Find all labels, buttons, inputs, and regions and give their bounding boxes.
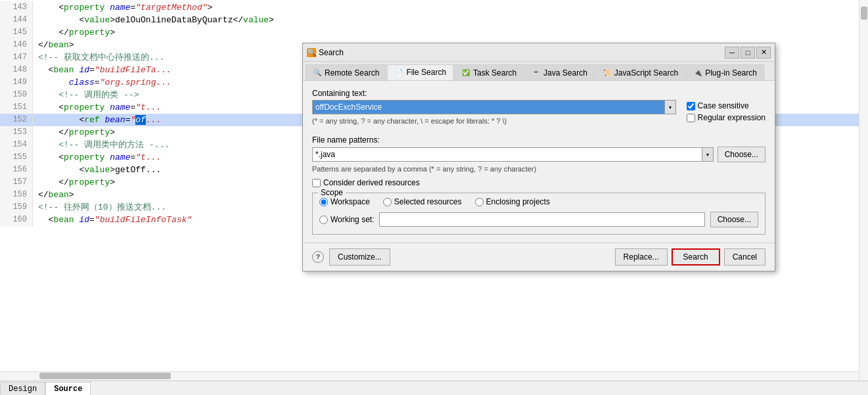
line-number: 153 [0, 126, 33, 139]
containing-text-left: ▾ (* = any string, ? = any character, \ … [312, 100, 676, 130]
cancel-button[interactable]: Cancel [724, 248, 765, 266]
tab-remote-search[interactable]: 🔍 Remote Search [306, 64, 386, 80]
regular-expression-row: Regular expression [687, 113, 765, 122]
line-number: 148 [0, 64, 33, 76]
enclosing-projects-radio[interactable] [475, 198, 484, 206]
tab-plugin-search[interactable]: 🔌 Plug-in Search [686, 64, 764, 80]
containing-text-hint: (* = any string, ? = any character, \ = … [312, 117, 676, 125]
working-set-input[interactable] [379, 212, 704, 227]
tab-file-search-label: File Search [406, 68, 446, 77]
enclosing-projects-label: Enclosing projects [486, 197, 550, 206]
line-number: 154 [0, 139, 33, 151]
tab-java-search[interactable]: ☕ Java Search [524, 64, 595, 80]
right-checkboxes: Case sensitive Regular expression [687, 101, 765, 122]
tab-remote-search-label: Remote Search [325, 68, 379, 78]
workspace-label: Workspace [331, 197, 370, 206]
dialog-titlebar: 🔍 Search ─ □ ✕ [303, 43, 775, 62]
horizontal-scrollbar[interactable] [0, 371, 859, 381]
tab-javascript-search-label: JavaScript Search [614, 68, 678, 78]
scrollbar-thumb[interactable] [861, 7, 867, 20]
working-set-choose-button[interactable]: Choose... [710, 212, 758, 227]
file-name-patterns-choose-button[interactable]: Choose... [718, 147, 765, 162]
scope-group: Scope Workspace Selected resources Enclo… [312, 193, 765, 235]
working-set-row: Working set: Choose... [319, 212, 758, 227]
line-code: <value>delOuOnlineDataByQuartz</value> [33, 14, 868, 26]
working-set-radio-label: Working set: [331, 215, 374, 224]
file-name-patterns-input[interactable] [312, 147, 702, 162]
consider-derived-row: Consider derived resources [312, 178, 765, 187]
line-number: 152 [0, 114, 33, 126]
tab-file-search[interactable]: 📄 File Search [387, 64, 453, 80]
workspace-radio-row: Workspace [319, 197, 370, 206]
line-number: 145 [0, 26, 33, 39]
regular-expression-checkbox[interactable] [687, 114, 695, 122]
file-name-patterns-hint: Patterns are separated by a comma (* = a… [312, 165, 765, 173]
dialog-body: Containing text: ▾ (* = any string, ? = … [303, 81, 775, 243]
minimize-button[interactable]: ─ [725, 47, 739, 58]
line-number: 159 [0, 201, 33, 214]
working-set-radio-row: Working set: [319, 215, 374, 224]
line-code: <property name="targetMethod"> [33, 1, 868, 14]
plugin-search-icon: 🔌 [693, 68, 702, 78]
line-number: 157 [0, 176, 33, 189]
search-button[interactable]: Search [672, 248, 720, 266]
regular-expression-label: Regular expression [698, 113, 765, 122]
line-number: 149 [0, 76, 33, 89]
selected-resources-radio[interactable] [383, 198, 392, 206]
footer-left: ? Customize... [312, 248, 390, 266]
line-number: 143 [0, 1, 33, 14]
line-number: 147 [0, 51, 33, 64]
consider-derived-checkbox-row: Consider derived resources [312, 178, 765, 187]
line-number: 144 [0, 14, 33, 26]
file-name-patterns-label: File name patterns: [312, 135, 765, 145]
java-search-icon: ☕ [532, 68, 541, 78]
line-number: 158 [0, 189, 33, 201]
case-sensitive-row: Case sensitive [687, 101, 765, 110]
containing-text-input[interactable] [312, 100, 664, 114]
line-number: 151 [0, 101, 33, 114]
dialog-footer: ? Customize... Replace... Search Cancel [303, 243, 775, 271]
search-dialog[interactable]: 🔍 Search ─ □ ✕ 🔍 Remote Search 📄 File Se… [302, 43, 775, 271]
code-line-144: 144 <value>delOuOnlineDataByQuartz</valu… [0, 14, 868, 26]
containing-text-label: Containing text: [312, 89, 765, 98]
scope-legend: Scope [318, 188, 346, 197]
containing-text-input-wrapper: ▾ [312, 100, 676, 114]
consider-derived-checkbox[interactable] [312, 179, 321, 187]
case-sensitive-checkbox[interactable] [687, 102, 695, 110]
consider-derived-label: Consider derived resources [323, 178, 420, 187]
close-button[interactable]: ✕ [756, 47, 771, 58]
selected-resources-radio-row: Selected resources [383, 197, 462, 206]
line-number: 146 [0, 39, 33, 51]
workspace-radio[interactable] [319, 198, 328, 206]
tab-javascript-search[interactable]: 📜 JavaScript Search [595, 64, 685, 80]
h-scrollbar-thumb[interactable] [39, 373, 171, 379]
working-set-radio[interactable] [319, 216, 328, 224]
case-sensitive-label: Case sensitive [698, 101, 749, 110]
selected-resources-label: Selected resources [394, 197, 462, 206]
dialog-title-text: Search [319, 48, 344, 57]
bottom-tabs: Design Source [0, 381, 868, 395]
help-button[interactable]: ? [312, 251, 324, 263]
line-number: 155 [0, 151, 33, 164]
vertical-scrollbar[interactable] [859, 0, 868, 395]
search-dialog-icon: 🔍 [307, 48, 316, 57]
file-name-patterns-row: File name patterns: ▾ Choose... Patterns… [312, 135, 765, 173]
containing-text-dropdown[interactable]: ▾ [664, 100, 676, 114]
containing-text-section: ▾ (* = any string, ? = any character, \ … [312, 100, 765, 130]
line-code: </property> [33, 26, 868, 39]
customize-button[interactable]: Customize... [329, 248, 390, 266]
maximize-button[interactable]: □ [741, 47, 755, 58]
scope-radios: Workspace Selected resources Enclosing p… [319, 197, 758, 206]
line-number: 156 [0, 164, 33, 176]
enclosing-projects-radio-row: Enclosing projects [475, 197, 550, 206]
remote-search-icon: 🔍 [313, 68, 322, 78]
code-line-143: 143 <property name="targetMethod"> [0, 1, 868, 14]
tab-plugin-search-label: Plug-in Search [705, 68, 757, 78]
file-name-patterns-dropdown[interactable]: ▾ [702, 147, 714, 162]
tab-source[interactable]: Source [45, 382, 91, 395]
replace-button[interactable]: Replace... [615, 248, 668, 266]
line-number: 150 [0, 89, 33, 101]
tab-design[interactable]: Design [0, 382, 45, 395]
tab-task-search[interactable]: ✅ Task Search [454, 64, 524, 80]
tab-task-search-label: Task Search [473, 68, 516, 78]
